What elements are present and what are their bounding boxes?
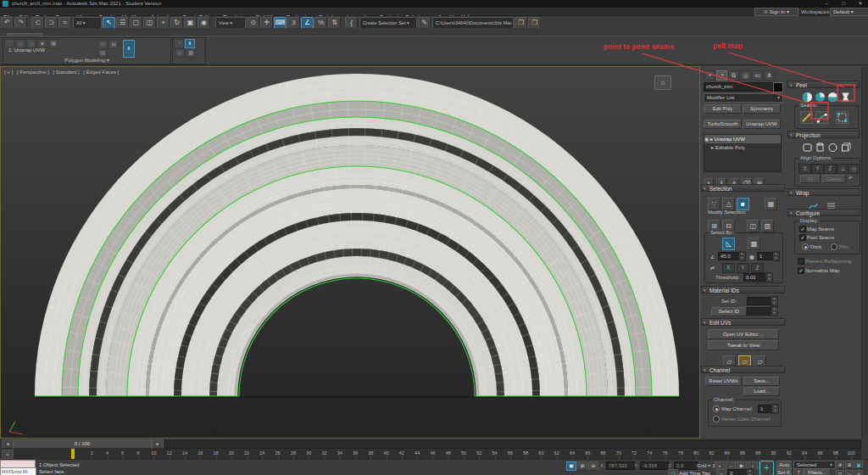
select-place-icon[interactable]: ◉ xyxy=(198,17,210,29)
isolate-icon[interactable]: ◎ xyxy=(175,48,185,58)
selection-region-icon[interactable]: ▢ xyxy=(130,17,142,29)
thin-radio[interactable] xyxy=(831,243,837,250)
hierarchy-tab-icon[interactable]: ⧉ xyxy=(728,70,739,81)
unlink-selection-icon[interactable]: ⊃ xyxy=(45,17,58,29)
axis-x-button[interactable]: X xyxy=(722,263,735,273)
rollout-channel[interactable]: Channel xyxy=(701,366,785,373)
toolbar-separator[interactable] xyxy=(27,16,31,26)
quick-peel-icon[interactable] xyxy=(802,92,813,103)
rollout-wrap[interactable]: Wrap xyxy=(787,188,860,196)
key-tangent-icon[interactable]: T xyxy=(793,468,804,475)
open-folder-icon[interactable]: ❒ xyxy=(515,17,527,29)
threshold-spinner[interactable]: ▲▼ xyxy=(765,272,773,282)
select-by-smoothing-icon[interactable]: ▩ xyxy=(748,238,760,250)
time-tag-icon[interactable]: ◷ xyxy=(668,469,678,475)
snap-toggle-3d-icon[interactable]: 3 xyxy=(287,17,300,29)
x-coordinate-field[interactable]: 787.333 xyxy=(606,461,635,470)
lock-selection-icon[interactable]: ⊠ xyxy=(577,461,587,471)
arch-model-canvas[interactable] xyxy=(1,67,700,439)
spherical-map-icon[interactable] xyxy=(827,142,838,153)
selection-set-dropdown[interactable]: Create Selection Set ▾ xyxy=(359,17,417,29)
peel-mode-icon[interactable] xyxy=(815,92,826,103)
time-slider-track[interactable] xyxy=(163,440,861,449)
selection-filter-dropdown[interactable]: All ▾ xyxy=(73,17,102,29)
modifier-button[interactable]: Unwrap UVW xyxy=(743,120,781,129)
frame-spinner[interactable]: ▲▼ xyxy=(746,468,754,475)
create-tab-icon[interactable]: + xyxy=(704,70,715,81)
reset-uvws-button[interactable]: Reset UVWs xyxy=(705,377,742,386)
rollout-peel[interactable]: Peel xyxy=(787,81,860,88)
use-pivot-center-icon[interactable]: ⊙ xyxy=(247,17,259,29)
cylindrical-map-icon[interactable] xyxy=(815,142,826,153)
zoom-extents-icon[interactable]: ▣ xyxy=(854,461,863,469)
filters-button[interactable]: Filters... xyxy=(804,468,831,475)
edit-seams-icon[interactable] xyxy=(800,111,813,124)
center-button[interactable]: Center xyxy=(822,175,846,183)
axis-z-button[interactable]: Z xyxy=(751,263,764,273)
align-x-button[interactable]: X xyxy=(798,164,811,174)
rollout-edit-uvs[interactable]: Edit UVs xyxy=(701,318,785,326)
thick-radio[interactable] xyxy=(802,243,809,250)
workspace-dropdown[interactable]: Default ▾ xyxy=(830,8,868,16)
rollout-projection[interactable]: Projection xyxy=(787,131,860,138)
collapse-stack-icon[interactable]: ▤ xyxy=(108,40,119,49)
edge-loop-icon[interactable]: ▥ xyxy=(761,220,774,232)
reset-projection-icon[interactable]: ↶ xyxy=(849,175,853,182)
bind-spacewarp-icon[interactable]: ≈ xyxy=(58,17,71,29)
axis-y-button[interactable]: Y xyxy=(737,263,749,273)
toolbar-separator[interactable] xyxy=(210,16,214,26)
modifier-button[interactable]: TurboSmooth xyxy=(704,120,742,129)
rollout-configure[interactable]: Configure xyxy=(787,209,860,216)
select-scale-icon[interactable]: ▣ xyxy=(184,17,197,29)
spinner-snap-icon[interactable]: ⇅ xyxy=(328,17,341,29)
add-time-tag[interactable]: Add Time Tag xyxy=(679,470,710,475)
undo-icon[interactable]: ↶ xyxy=(1,17,14,29)
select-object-icon[interactable]: ↖ xyxy=(103,17,115,29)
set-id-spinner[interactable]: ▲▼ xyxy=(771,296,778,306)
select-id-spinner[interactable]: ▲▼ xyxy=(771,306,778,316)
modifier-list-dropdown[interactable]: Modifier List▾ xyxy=(704,93,783,103)
display-tab-icon[interactable]: ▭ xyxy=(752,70,763,81)
map-seams-checkbox[interactable]: ✓ xyxy=(799,226,806,232)
window-crossing-icon[interactable]: ◫ xyxy=(143,17,156,29)
coord-system-dropdown[interactable]: View ▾ xyxy=(215,17,246,29)
panel-scrollbar[interactable] xyxy=(861,66,868,439)
select-link-icon[interactable]: ⊂ xyxy=(31,17,44,29)
map-channel-spinner[interactable]: ▲▼ xyxy=(771,404,779,414)
current-frame-marker[interactable] xyxy=(71,449,75,459)
tweak-in-view-button[interactable]: Tweak In View xyxy=(708,340,779,350)
quill-icon[interactable]: ✎ xyxy=(418,17,431,29)
box-map-icon[interactable] xyxy=(840,142,851,153)
object-color-swatch[interactable] xyxy=(773,82,783,92)
redo-icon[interactable]: ↷ xyxy=(14,17,27,29)
expand-arrow-icon[interactable]: ▸ xyxy=(711,145,714,150)
normalize-map-checkbox[interactable]: ✓ xyxy=(798,267,804,274)
point-to-point-seam-icon[interactable] xyxy=(815,111,828,124)
select-id-button[interactable]: Select ID xyxy=(711,307,747,316)
maxscript-listener-input[interactable]: MAXScript Mi xyxy=(0,467,36,475)
set-keys-button[interactable]: + xyxy=(760,461,774,475)
planar-map-icon[interactable] xyxy=(802,142,813,153)
stack-item-unwrap-uvw[interactable]: ◉ ▸ Unwrap UVW xyxy=(704,135,781,143)
select-rotate-icon[interactable]: ↻ xyxy=(170,17,183,29)
peel-seams-checkbox[interactable]: ✓ xyxy=(799,234,806,241)
angle-snap-icon[interactable]: ∠ xyxy=(301,17,314,29)
maximize-button[interactable]: □ xyxy=(837,0,849,8)
select-by-element-icon[interactable]: ▦ xyxy=(765,198,777,210)
y-coordinate-field[interactable]: -9.938 xyxy=(640,461,669,470)
isolate-selection-icon[interactable]: ▣ xyxy=(566,461,576,471)
next-frame-arrow[interactable]: ► xyxy=(152,439,164,449)
keyboard-override-icon[interactable]: ⌨ xyxy=(274,17,287,29)
fov-icon[interactable]: ▷ xyxy=(845,470,854,475)
save-folder-icon[interactable]: ❒ xyxy=(528,17,541,29)
zoom-region-icon[interactable]: ⊡ xyxy=(836,470,844,475)
set-key-button[interactable]: Set K. xyxy=(776,468,793,475)
viewcube-home-icon[interactable]: ⌂ xyxy=(654,75,671,90)
perspective-viewport[interactable]: [ + ] [ Perspective ] [ Standard ] [ Edg… xyxy=(0,66,700,439)
element-mode-icon[interactable]: ▦ xyxy=(48,39,58,48)
prevent-reflattening-checkbox[interactable]: ✓ xyxy=(798,258,804,265)
sign-in-button[interactable]: ⊙ Sign In ▾ xyxy=(754,8,798,16)
save-uvws-button[interactable]: Save... xyxy=(743,377,780,386)
pelt-map-icon[interactable] xyxy=(840,92,851,103)
fit-button[interactable]: Fit xyxy=(800,175,821,183)
